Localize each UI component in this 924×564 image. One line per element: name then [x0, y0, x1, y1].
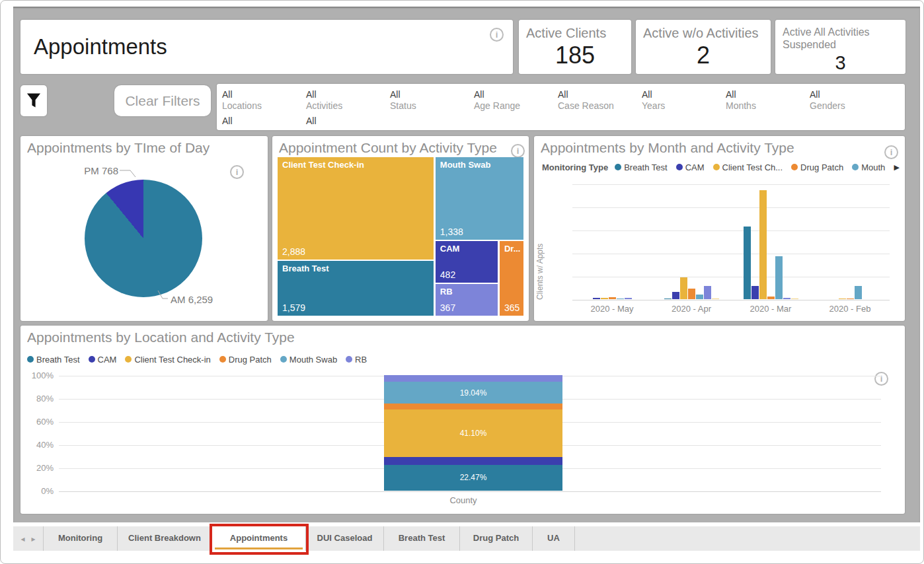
tile-label: Breath Test	[282, 264, 432, 273]
bar[interactable]	[704, 286, 711, 299]
kpi-card-suspended: Active All Activities Suspended 3	[775, 20, 905, 74]
legend-item[interactable]: Breath Test	[615, 162, 668, 172]
bar[interactable]	[783, 298, 790, 299]
bar[interactable]	[593, 298, 600, 299]
treemap-tile[interactable]: Client Test Check-in2,888	[278, 157, 434, 260]
pie-chart-card: Appointments by TIme of Day i PM 768 AM …	[20, 136, 268, 321]
treemap-tile[interactable]: Dr...365	[500, 241, 523, 316]
legend-dot-icon	[615, 164, 621, 170]
legend-item[interactable]: Breath Test	[27, 355, 80, 365]
dashboard-canvas: Appointments i Active Clients 185 Active…	[13, 7, 920, 522]
tile-label: RB	[440, 287, 496, 297]
bar[interactable]	[751, 286, 759, 299]
bar[interactable]	[855, 286, 862, 299]
info-icon[interactable]: i	[511, 144, 525, 158]
filter-activities[interactable]: AllActivitiesAll	[306, 89, 390, 130]
filter-years[interactable]: AllYears	[642, 89, 726, 130]
x-tick-label: 2020 - Feb	[810, 304, 890, 314]
filter-case-reason[interactable]: AllCase Reason	[558, 89, 642, 130]
bar[interactable]	[680, 277, 687, 299]
bar[interactable]	[609, 297, 616, 299]
filter-status[interactable]: AllStatus	[390, 89, 474, 130]
filter-locations[interactable]: AllLocationsAll	[222, 89, 306, 130]
y-tick-label: 20%	[24, 463, 54, 473]
legend-item[interactable]: Drug Patch	[219, 355, 272, 365]
legend-dot-icon	[219, 356, 226, 363]
app-window: Appointments i Active Clients 185 Active…	[0, 0, 924, 564]
legend-item[interactable]: Client Test Check-in	[125, 355, 210, 365]
legend-item[interactable]: Mouth Swab	[852, 162, 888, 172]
prev-page-icon[interactable]: ◂	[20, 534, 24, 544]
bar[interactable]	[688, 289, 695, 299]
bar[interactable]	[672, 292, 679, 299]
bar[interactable]	[839, 299, 846, 299]
chart-title: Appointments by Location and Activity Ty…	[27, 330, 295, 345]
tab-ua[interactable]: UA	[532, 526, 575, 551]
filter-value: All	[810, 89, 894, 100]
tab-drug-patch[interactable]: Drug Patch	[459, 526, 532, 551]
bar-segment-rb[interactable]	[384, 375, 562, 382]
clear-filters-button[interactable]: Clear Filters	[114, 85, 211, 116]
y-tick-label: 0%	[24, 486, 54, 496]
legend-item[interactable]: CAM	[676, 162, 705, 172]
bar-segment-mouth-swab[interactable]: 19.04%	[384, 382, 562, 404]
filter-funnel-button[interactable]	[20, 85, 47, 116]
next-page-icon[interactable]: ▸	[32, 534, 36, 544]
tab-dui-caseload[interactable]: DUI Caseload	[305, 526, 383, 551]
bar[interactable]	[696, 295, 703, 299]
legend-dot-icon	[791, 164, 798, 170]
info-icon[interactable]: i	[884, 145, 898, 159]
bar-segment-cam[interactable]	[384, 457, 562, 465]
legend-item[interactable]: CAM	[89, 355, 117, 365]
bar-segment-drug-patch[interactable]	[384, 404, 562, 409]
bar-segment-client-test-check-in[interactable]: 41.10%	[384, 409, 562, 457]
gridline	[59, 491, 881, 492]
y-tick-label: 40%	[24, 440, 54, 450]
tab-client-breakdown[interactable]: Client Breakdown	[117, 526, 212, 551]
bar[interactable]	[617, 299, 624, 299]
filter-genders[interactable]: AllGenders	[810, 89, 894, 130]
filter-months[interactable]: AllMonths	[726, 89, 810, 130]
bar[interactable]	[664, 299, 672, 299]
filter-age-range[interactable]: AllAge Range	[474, 89, 558, 130]
treemap-tile[interactable]: RB367	[436, 284, 498, 316]
report-title-card: Appointments i	[20, 20, 513, 74]
legend-item[interactable]: Client Test Ch...	[713, 162, 783, 172]
stacked-bar: 19.04%41.10%22.47%	[384, 375, 562, 491]
tab-monitoring[interactable]: Monitoring	[43, 526, 117, 551]
tab-breath-test[interactable]: Breath Test	[383, 526, 459, 551]
info-icon[interactable]: i	[490, 28, 504, 42]
bar[interactable]	[847, 299, 854, 299]
bar-segment-breath-test[interactable]: 22.47%	[384, 465, 562, 491]
legend-item[interactable]: Drug Patch	[791, 162, 843, 172]
tile-value: 365	[504, 302, 520, 313]
column-chart-plot	[572, 184, 890, 300]
legend-dot-icon	[676, 164, 683, 170]
bar[interactable]	[759, 190, 767, 299]
legend-item[interactable]: RB	[346, 355, 367, 365]
bar[interactable]	[744, 227, 751, 299]
kpi-value: 185	[519, 42, 631, 69]
bar[interactable]	[625, 298, 632, 299]
pie-label-am: AM 6,259	[171, 294, 213, 305]
stacked-chart-plot: 19.04%41.10%22.47%	[59, 376, 881, 491]
treemap-tile[interactable]: Breath Test1,579	[278, 261, 434, 316]
bar[interactable]	[601, 298, 608, 299]
bar[interactable]	[791, 299, 798, 299]
bar[interactable]	[775, 256, 783, 299]
bar[interactable]	[712, 299, 719, 299]
chart-title: Appointment Count by Activity Type	[279, 140, 510, 156]
treemap-tile[interactable]: Mouth Swab1,338	[436, 157, 523, 240]
bar-group	[731, 184, 810, 299]
legend-item[interactable]: Mouth Swab	[280, 355, 337, 365]
filter-label: Case Reason	[558, 100, 642, 111]
legend-scroll-arrow-icon[interactable]: ▶	[894, 163, 900, 172]
pie-label-pm: PM 768	[59, 165, 118, 176]
filter-label: Years	[642, 100, 726, 111]
month-activity-chart-card: Appointments by Month and Activity Type …	[534, 136, 905, 321]
treemap-tile[interactable]: CAM482	[436, 241, 498, 283]
tile-value: 2,888	[282, 246, 305, 257]
bar[interactable]	[767, 297, 775, 299]
filter-value: All	[474, 89, 558, 100]
filter-value: All	[306, 89, 390, 100]
